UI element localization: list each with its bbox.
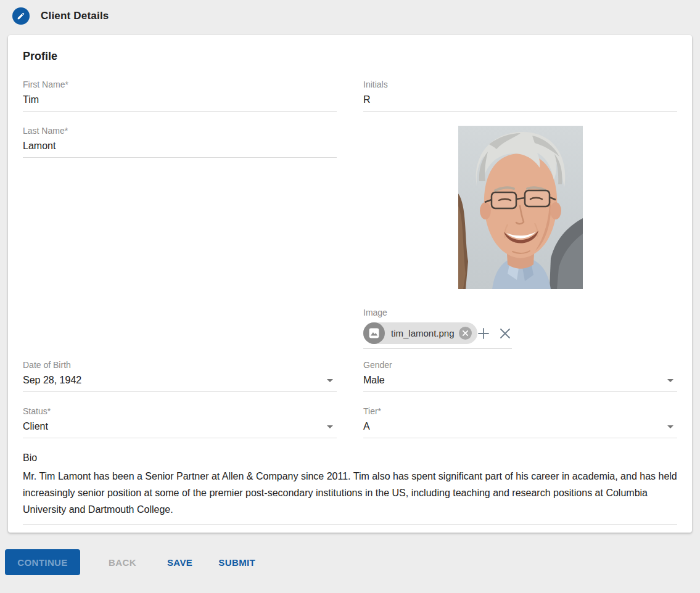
chevron-down-icon[interactable] xyxy=(667,425,673,428)
gender-value[interactable]: Male xyxy=(363,375,385,386)
page-header: Client Details xyxy=(0,0,700,33)
back-button[interactable]: BACK xyxy=(99,551,146,574)
continue-button[interactable]: CONTINUE xyxy=(5,549,80,575)
status-value[interactable]: Client xyxy=(23,421,48,432)
client-photo xyxy=(458,126,583,289)
initials-field[interactable]: Initials R xyxy=(363,80,677,112)
initials-label: Initials xyxy=(363,80,677,89)
edit-mode-badge xyxy=(12,7,30,25)
image-field: Image tim_lamont.png xyxy=(363,308,512,349)
date-of-birth-field[interactable]: Date of Birth Sep 28, 1942 xyxy=(23,360,337,392)
tier-value[interactable]: A xyxy=(363,421,370,432)
pencil-edit-icon xyxy=(17,12,25,20)
bio-value[interactable]: Mr. Tim Lamont has been a Senior Partner… xyxy=(23,468,677,525)
last-name-field[interactable]: Last Name* Lamont xyxy=(23,126,337,158)
image-file-name: tim_lamont.png xyxy=(391,328,455,338)
plus-icon[interactable] xyxy=(477,327,490,340)
last-name-label: Last Name* xyxy=(23,126,337,136)
first-name-field[interactable]: First Name* Tim xyxy=(23,80,337,112)
bio-label: Bio xyxy=(23,452,677,464)
image-section: Image tim_lamont.png xyxy=(363,126,677,360)
bio-field[interactable]: Bio Mr. Tim Lamont has been a Senior Par… xyxy=(23,452,677,525)
photo-wrapper xyxy=(363,126,677,289)
date-of-birth-label: Date of Birth xyxy=(23,360,337,370)
gender-label: Gender xyxy=(363,360,677,370)
date-of-birth-value[interactable]: Sep 28, 1942 xyxy=(23,375,81,386)
profile-form: First Name* Tim Initials R Last Name* La… xyxy=(23,80,677,525)
chevron-down-icon[interactable] xyxy=(327,379,333,382)
gender-field[interactable]: Gender Male xyxy=(363,360,677,392)
first-name-label: First Name* xyxy=(23,80,337,89)
status-label: Status* xyxy=(23,406,337,416)
profile-card: Profile First Name* Tim Initials R Last … xyxy=(8,35,692,533)
initials-value[interactable]: R xyxy=(363,94,371,105)
close-icon[interactable] xyxy=(500,328,511,339)
section-title: Profile xyxy=(23,50,677,63)
save-button[interactable]: SAVE xyxy=(157,551,202,574)
image-icon xyxy=(363,322,385,344)
tier-label: Tier* xyxy=(363,406,677,416)
tier-field[interactable]: Tier* A xyxy=(363,406,677,438)
image-field-actions xyxy=(477,327,511,340)
page-title: Client Details xyxy=(41,10,109,22)
action-bar: CONTINUE BACK SAVE SUBMIT xyxy=(5,549,700,575)
image-file-chip[interactable]: tim_lamont.png xyxy=(363,322,477,344)
image-label: Image xyxy=(363,308,512,317)
status-field[interactable]: Status* Client xyxy=(23,406,337,438)
submit-button[interactable]: SUBMIT xyxy=(208,551,265,574)
chevron-down-icon[interactable] xyxy=(667,379,673,382)
first-name-value[interactable]: Tim xyxy=(23,94,39,105)
last-name-value[interactable]: Lamont xyxy=(23,141,56,152)
remove-circle-icon[interactable] xyxy=(459,327,472,340)
chevron-down-icon[interactable] xyxy=(327,425,333,428)
